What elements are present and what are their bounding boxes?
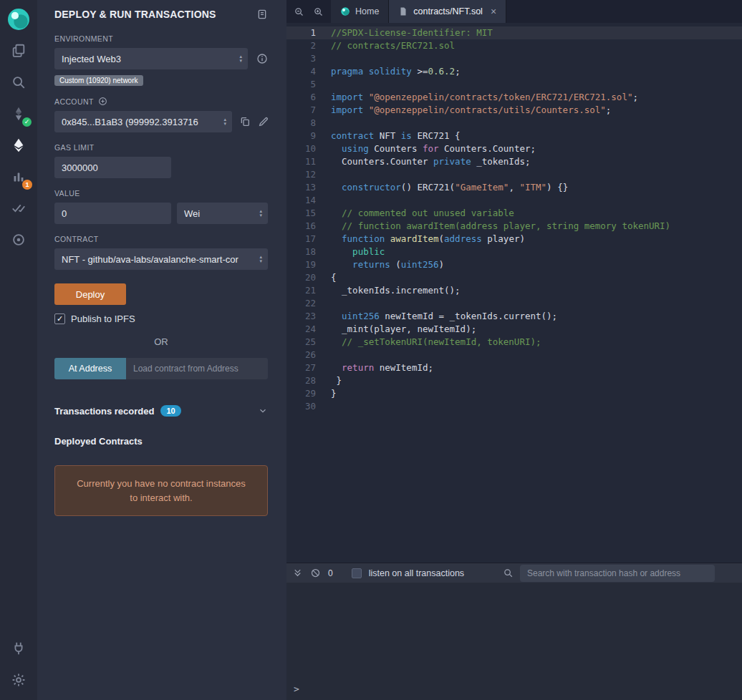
- environment-value: Injected Web3: [62, 54, 121, 64]
- transactions-recorded-toggle[interactable]: Transactions recorded 10: [54, 405, 268, 417]
- code-line[interactable]: 22: [286, 297, 742, 310]
- line-number: 15: [286, 207, 331, 220]
- at-address-button[interactable]: At Address: [54, 358, 126, 379]
- unit-testing-icon[interactable]: [5, 195, 32, 222]
- solidity-compiler-icon[interactable]: ✓: [5, 100, 32, 127]
- line-number: 24: [286, 323, 331, 336]
- code-line[interactable]: 3: [286, 52, 742, 65]
- code-line[interactable]: 23 uint256 newItemId = _tokenIds.current…: [286, 310, 742, 323]
- code-line[interactable]: 4pragma solidity >=0.6.2;: [286, 65, 742, 78]
- code-line[interactable]: 24 _mint(player, newItemId);: [286, 323, 742, 336]
- code-line[interactable]: 11 Counters.Counter private _tokenIds;: [286, 155, 742, 168]
- at-address-input[interactable]: [126, 358, 268, 379]
- code-line[interactable]: 8: [286, 117, 742, 130]
- publish-ipfs-checkbox[interactable]: ✓: [54, 313, 65, 324]
- code-text: [331, 78, 742, 91]
- remix-logo-icon[interactable]: [5, 6, 32, 33]
- docs-icon[interactable]: [256, 9, 268, 20]
- deploy-run-icon[interactable]: [5, 132, 32, 159]
- debugger-icon[interactable]: [5, 226, 32, 253]
- search-icon[interactable]: [5, 69, 32, 96]
- terminal-search-input[interactable]: [520, 565, 715, 582]
- code-line[interactable]: 30: [286, 400, 742, 413]
- code-line[interactable]: 10 using Counters for Counters.Counter;: [286, 142, 742, 155]
- code-line[interactable]: 15 // commented out unused variable: [286, 207, 742, 220]
- deploy-button[interactable]: Deploy: [54, 283, 126, 305]
- line-number: 18: [286, 246, 331, 258]
- line-number: 23: [286, 310, 331, 323]
- code-line[interactable]: 19 returns (uint256): [286, 258, 742, 271]
- select-arrows-icon: ▴▾: [223, 117, 226, 126]
- or-divider: OR: [54, 336, 268, 347]
- code-line[interactable]: 12: [286, 168, 742, 181]
- compile-success-badge: ✓: [22, 117, 32, 127]
- code-text: // contracts/ERC721.sol: [331, 39, 742, 52]
- value-unit-select[interactable]: Wei ▴▾: [177, 203, 268, 224]
- code-text: }: [331, 387, 742, 400]
- code-text: import "@openzeppelin/contracts/token/ER…: [331, 91, 742, 104]
- code-editor[interactable]: 1//SPDX-License-Identifier: MIT2// contr…: [286, 23, 742, 563]
- code-line[interactable]: 16 // function awardItem(address player,…: [286, 220, 742, 233]
- value-input[interactable]: [54, 203, 171, 224]
- zoom-in-icon[interactable]: [313, 6, 324, 17]
- code-line[interactable]: 27 return newItemId;: [286, 361, 742, 374]
- line-number: 19: [286, 258, 331, 271]
- code-line[interactable]: 18 public: [286, 246, 742, 258]
- line-number: 7: [286, 104, 331, 117]
- transactions-count-badge: 10: [160, 405, 180, 417]
- line-number: 5: [286, 78, 331, 91]
- code-line[interactable]: 29}: [286, 387, 742, 400]
- code-text: _tokenIds.increment();: [331, 284, 742, 297]
- account-select[interactable]: 0x845...B1aB3 (999992.3913716 ▴▾: [54, 111, 232, 132]
- listen-transactions-checkbox[interactable]: [352, 568, 362, 578]
- code-line[interactable]: 9contract NFT is ERC721 {: [286, 130, 742, 142]
- code-text: [331, 297, 742, 310]
- account-value: 0x845...B1aB3 (999992.3913716: [62, 117, 198, 127]
- tab-contracts-nft-sol[interactable]: contracts/NFT.sol ×: [389, 0, 506, 23]
- code-line[interactable]: 17 function awardItem(address player): [286, 233, 742, 246]
- code-text: // _setTokenURI(newItemId, tokenURI);: [331, 336, 742, 349]
- environment-info-icon[interactable]: [256, 53, 268, 64]
- code-line[interactable]: 7import "@openzeppelin/contracts/utils/C…: [286, 104, 742, 117]
- settings-icon[interactable]: [5, 666, 32, 694]
- code-text: //SPDX-License-Identifier: MIT: [331, 26, 742, 39]
- plugin-manager-icon[interactable]: [5, 635, 32, 662]
- code-line[interactable]: 6import "@openzeppelin/contracts/token/E…: [286, 91, 742, 104]
- deploy-run-panel: DEPLOY & RUN TRANSACTIONS ENVIRONMENT In…: [37, 0, 286, 700]
- line-number: 1: [286, 26, 331, 39]
- code-line[interactable]: 14: [286, 194, 742, 207]
- code-line[interactable]: 2// contracts/ERC721.sol: [286, 39, 742, 52]
- code-line[interactable]: 26: [286, 349, 742, 361]
- gas-limit-input[interactable]: [54, 157, 171, 178]
- sign-message-icon[interactable]: [258, 116, 269, 127]
- value-unit: Wei: [184, 208, 200, 219]
- code-line[interactable]: 21 _tokenIds.increment();: [286, 284, 742, 297]
- environment-select[interactable]: Injected Web3 ▴▾: [54, 48, 248, 69]
- code-line[interactable]: 5: [286, 78, 742, 91]
- code-line[interactable]: 1//SPDX-License-Identifier: MIT: [286, 26, 742, 39]
- terminal-toolbar: 0 listen on all transactions: [286, 563, 742, 583]
- zoom-out-icon[interactable]: [294, 6, 304, 17]
- copy-account-icon[interactable]: [239, 116, 251, 127]
- code-line[interactable]: 13 constructor() ERC721("GameItem", "ITM…: [286, 181, 742, 194]
- code-line[interactable]: 28 }: [286, 374, 742, 387]
- tab-home-label: Home: [355, 6, 379, 16]
- line-number: 21: [286, 284, 331, 297]
- clear-console-icon[interactable]: [310, 568, 321, 578]
- code-line[interactable]: 25 // _setTokenURI(newItemId, tokenURI);: [286, 336, 742, 349]
- chevron-down-icon: [258, 406, 268, 416]
- line-number: 17: [286, 233, 331, 246]
- contract-select[interactable]: NFT - github/ava-labs/avalanche-smart-co…: [54, 248, 268, 270]
- code-line[interactable]: 20{: [286, 271, 742, 284]
- tab-file-label: contracts/NFT.sol: [413, 6, 483, 16]
- add-account-icon[interactable]: [98, 97, 107, 106]
- close-tab-icon[interactable]: ×: [491, 6, 496, 16]
- tab-bar: Home contracts/NFT.sol ×: [286, 0, 742, 23]
- expand-terminal-icon[interactable]: [292, 568, 303, 578]
- select-arrows-icon: ▴▾: [259, 255, 262, 263]
- terminal-output[interactable]: >: [286, 583, 742, 700]
- analysis-icon[interactable]: 1: [5, 163, 32, 190]
- file-explorer-icon[interactable]: [5, 37, 32, 64]
- editor-column: Home contracts/NFT.sol × 1//SPDX-License…: [286, 0, 742, 700]
- tab-home[interactable]: Home: [331, 0, 389, 23]
